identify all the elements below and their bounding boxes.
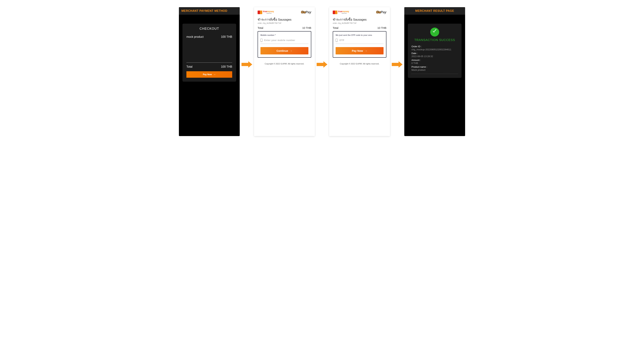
product-row: mock product 100 THB <box>186 35 232 39</box>
check-circle-icon <box>430 28 439 37</box>
result-card: TRANSACTION SUCCESS Order ID : chg_mocku… <box>408 24 462 78</box>
product-name-value: Mock product <box>412 69 458 71</box>
truemoney-logo: truemoney wallet <box>258 11 274 14</box>
wallet-mobile-panel: truemoney wallet GuPay ชำระการสั่งซื้อ S… <box>254 7 315 136</box>
divider <box>412 74 458 74</box>
purchase-title: ชำระการสั่งซื้อ Sausages <box>258 17 311 22</box>
flow-arrow <box>392 7 402 136</box>
wallet-header: truemoney wallet GuPay <box>254 7 315 16</box>
input-card: We just sent the OTP code to your sms Pa… <box>333 31 386 58</box>
otp-sent-label: We just sent the OTP code to your sms <box>336 34 384 36</box>
merchant-result-panel: MERCHANT RESULT PAGE TRANSACTION SUCCESS… <box>404 7 465 136</box>
total-value: 10 THB <box>302 26 311 29</box>
success-title: TRANSACTION SUCCESS <box>412 38 458 42</box>
pay-now-label: Pay Now <box>203 73 212 76</box>
total-label: Total <box>333 26 338 29</box>
phone-icon <box>260 39 262 42</box>
merchant-payment-panel: MERCHANT PAYMENT METHOD CHECKOUT mock pr… <box>179 7 240 136</box>
product-name-label: Product name : <box>412 66 458 68</box>
input-card: Mobile number * Continue → <box>258 31 311 58</box>
flow-arrow <box>317 7 327 136</box>
continue-button[interactable]: Continue → <box>260 47 308 55</box>
pay-now-button[interactable]: Pay Now → <box>186 71 232 78</box>
phone-icon <box>336 39 338 42</box>
product-name: mock product <box>186 35 204 39</box>
total-row: Total 10 THB <box>333 26 386 29</box>
arrow-right-icon: → <box>290 50 292 52</box>
wallet-otp-panel: truemoney wallet GuPay ชำระการสั่งซื้อ S… <box>329 7 390 136</box>
product-price: 100 THB <box>221 35 232 39</box>
pay-now-button[interactable]: Pay Now → <box>336 47 384 55</box>
checkout-card: CHECKOUT mock product 100 THB Total 100 … <box>182 24 236 82</box>
pay-now-label: Pay Now <box>352 49 363 52</box>
gupay-logo: GuPay <box>376 11 386 14</box>
arrow-right-icon <box>317 62 327 67</box>
arrow-right-icon: → <box>213 73 216 76</box>
panel-title: MERCHANT PAYMENT METHOD <box>179 7 240 15</box>
total-row: Total 100 THB <box>186 65 232 68</box>
truemoney-flag-icon <box>258 11 262 14</box>
checkout-heading: CHECKOUT <box>186 27 232 31</box>
mobile-number-label: Mobile number * <box>260 34 308 36</box>
copyright: Copyright © 2022 GUPAY. All rights reser… <box>333 63 386 65</box>
order-id: order. chg_Ac05kIBF7I9r77eF <box>333 22 386 24</box>
arrow-right-icon <box>392 62 402 67</box>
total-row: Total 10 THB <box>258 26 311 29</box>
continue-label: Continue <box>276 49 288 52</box>
otp-input[interactable] <box>339 39 384 42</box>
amount-value: 0 THB <box>412 62 458 65</box>
truemoney-logo: truemoney wallet <box>333 11 349 14</box>
total-label: Total <box>258 26 263 29</box>
date-value: 2022-08-05 13:28:32 <box>412 55 458 58</box>
purchase-title: ชำระการสั่งซื้อ Sausages <box>333 17 386 22</box>
copyright: Copyright © 2022 GUPAY. All rights reser… <box>258 63 311 65</box>
mobile-number-input[interactable] <box>264 39 308 42</box>
order-id-value: chg_mockup-20220805132832284611 <box>412 48 458 51</box>
order-id-label: Order ID : <box>412 45 458 48</box>
date-label: Date : <box>412 52 458 55</box>
truemoney-flag-icon <box>333 11 338 14</box>
total-label: Total <box>186 65 192 68</box>
amount-label: Amount : <box>412 59 458 61</box>
gupay-logo: GuPay <box>301 11 311 14</box>
arrow-right-icon: → <box>365 50 367 52</box>
total-value: 100 THB <box>221 65 232 68</box>
order-id: order. chg_Ac05kIBF7I9r77eF <box>258 22 311 24</box>
total-value: 10 THB <box>377 26 386 29</box>
wallet-header: truemoney wallet GuPay <box>329 7 390 16</box>
panel-title: MERCHANT RESULT PAGE <box>404 7 465 15</box>
arrow-right-icon <box>242 62 252 67</box>
flow-arrow <box>242 7 252 136</box>
